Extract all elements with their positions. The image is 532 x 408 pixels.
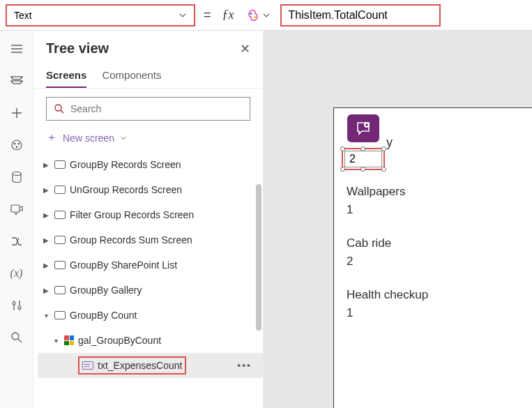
scrollbar[interactable] (256, 184, 261, 331)
equals-sign: = (201, 8, 214, 22)
tree-view-title: Tree view (46, 40, 109, 56)
svg-point-10 (12, 333, 19, 340)
svg-point-0 (250, 13, 252, 15)
tree-item-screen[interactable]: ▶Group Records Sum Screen (38, 227, 263, 252)
insert-icon[interactable] (8, 105, 25, 121)
gallery-item-label: Wallpapers (347, 185, 519, 199)
search-input[interactable] (46, 97, 250, 121)
screen-icon (54, 311, 66, 319)
search-tool-icon[interactable] (8, 329, 25, 346)
data-icon[interactable] (8, 169, 25, 186)
text-control-icon (82, 361, 93, 370)
tree-item-screen[interactable]: ▶UnGroup Records Screen (38, 177, 263, 202)
chat-plus-icon (355, 120, 372, 137)
resize-handle[interactable] (360, 167, 365, 172)
property-dropdown[interactable]: Text (6, 4, 195, 27)
theme-icon[interactable] (8, 137, 25, 153)
svg-point-1 (254, 15, 256, 17)
screen-icon (54, 160, 66, 169)
plus-icon: ＋ (46, 130, 57, 145)
new-screen-button[interactable]: ＋ New screen (33, 126, 263, 149)
media-icon[interactable] (8, 201, 25, 218)
close-icon[interactable]: ✕ (240, 41, 250, 56)
gallery-icon (64, 335, 74, 345)
add-comment-button[interactable] (347, 114, 379, 142)
settings-icon[interactable] (8, 297, 25, 314)
screen-icon (54, 261, 66, 269)
resize-handle[interactable] (381, 167, 386, 172)
search-field[interactable] (70, 103, 243, 114)
selected-control-on-canvas[interactable]: 2 (342, 148, 385, 170)
hamburger-icon[interactable] (8, 40, 25, 57)
canvas-area: Wallpapers 1 Cab ride 2 Health checkup 1… (264, 31, 532, 408)
screen-icon (54, 186, 66, 194)
tree-view-icon[interactable] (8, 73, 25, 89)
chevron-down-icon (262, 11, 271, 20)
svg-point-6 (13, 172, 21, 176)
gallery-item: Cab ride 2 (347, 236, 519, 269)
tree-item-screen[interactable]: ▾GroupBy Count (38, 303, 263, 328)
left-toolrail: (x) (0, 31, 33, 408)
tree-item-gallery[interactable]: ▾gal_GroupByCount (38, 328, 263, 353)
tree-item-screen[interactable]: ▶GroupBy SharePoint List (38, 252, 263, 278)
gallery-item: Health checkup 1 (347, 288, 519, 320)
tab-screens[interactable]: Screens (46, 63, 86, 88)
variables-icon[interactable]: (x) (8, 265, 25, 282)
gallery-item: Wallpapers 1 (347, 185, 519, 217)
screen-icon (54, 286, 66, 294)
gallery-item-label: Health checkup (347, 288, 519, 302)
gallery-item-count: 2 (347, 255, 519, 269)
chevron-down-icon (178, 11, 187, 20)
tree-item-screen[interactable]: ▶GroupBy Records Screen (38, 152, 263, 177)
svg-point-8 (13, 302, 15, 305)
copilot-button[interactable] (243, 6, 275, 24)
svg-rect-7 (11, 205, 20, 212)
tree-list: ▶GroupBy Records Screen ▶UnGroup Records… (33, 149, 263, 408)
search-icon (54, 103, 65, 114)
tab-components[interactable]: Components (102, 63, 161, 88)
copilot-icon (247, 9, 259, 22)
gallery-item-count: 1 (347, 203, 519, 217)
svg-point-2 (12, 140, 22, 150)
resize-handle[interactable] (340, 167, 345, 172)
resize-handle[interactable] (340, 146, 345, 151)
tree-item-selected-control[interactable]: txt_ExpensesCount ••• (38, 353, 263, 378)
svg-point-11 (55, 105, 61, 111)
svg-point-3 (13, 143, 15, 145)
tree-view-panel: Tree view ✕ Screens Components ＋ New scr… (33, 31, 264, 408)
flows-icon[interactable] (8, 233, 25, 250)
resize-handle[interactable] (360, 146, 365, 151)
property-dropdown-value: Text (14, 10, 32, 21)
screen-icon (54, 211, 66, 219)
new-screen-label: New screen (63, 133, 114, 144)
more-options-icon[interactable]: ••• (230, 360, 259, 371)
chevron-down-icon (120, 135, 127, 142)
formula-bar[interactable]: ThisItem.TotalCount (280, 4, 441, 27)
formula-text: ThisItem.TotalCount (289, 9, 388, 22)
selected-control-value: 2 (349, 153, 356, 165)
tree-item-screen[interactable]: ▶Filter Group Records Screen (38, 202, 263, 227)
cropped-label-fragment: y (386, 135, 393, 150)
svg-point-9 (18, 306, 21, 309)
gallery-item-count: 1 (347, 306, 519, 320)
resize-handle[interactable] (381, 146, 386, 151)
tree-item-screen[interactable]: ▶GroupBy Gallery (38, 278, 263, 303)
svg-point-5 (15, 146, 17, 149)
screen-icon (54, 236, 66, 244)
gallery-item-label: Cab ride (347, 236, 519, 250)
fx-icon: ƒx (220, 8, 237, 22)
svg-point-4 (17, 143, 20, 145)
